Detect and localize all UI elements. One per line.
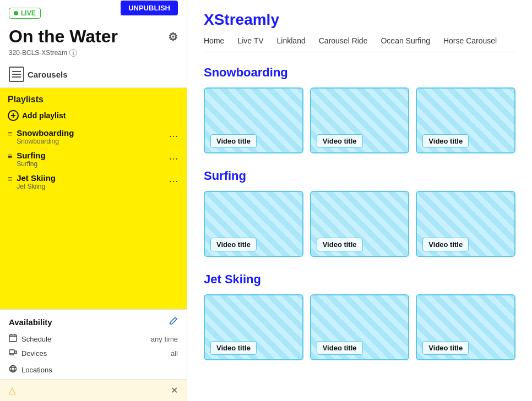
- playlist-item[interactable]: ≡ Jet Skiing Jet Skiing …: [8, 171, 179, 193]
- nav-menu: Home Live TV Linkland Carousel Ride Ocea…: [204, 36, 515, 52]
- svg-rect-0: [12, 71, 21, 72]
- availability-title: Availability: [9, 317, 52, 327]
- bottom-notification: △ ✕: [0, 379, 187, 401]
- playlists-section: Playlists + Add playlist ≡ Snowboarding …: [0, 88, 187, 309]
- info-icon: i: [69, 49, 77, 57]
- calendar-icon: [9, 334, 17, 344]
- warning-icon: △: [9, 385, 15, 395]
- edit-icon[interactable]: [169, 316, 178, 327]
- playlist-item[interactable]: ≡ Snowboarding Snowboarding …: [8, 125, 179, 148]
- video-card[interactable]: Video title: [416, 87, 515, 153]
- channel-title: On the Water ⚙: [9, 26, 178, 47]
- nav-item-home[interactable]: Home: [204, 36, 224, 45]
- devices-icon: [9, 348, 17, 358]
- video-grid-surfing: Video title Video title Video title: [204, 191, 515, 257]
- devices-row: Devices all: [9, 346, 178, 360]
- sidebar-header: LIVE UNPUBLISH On the Water ⚙ 320-BCLS-X…: [0, 0, 187, 61]
- video-card[interactable]: Video title: [310, 191, 410, 257]
- plus-icon: +: [8, 110, 19, 121]
- video-grid-snowboarding: Video title Video title Video title: [204, 87, 515, 153]
- nav-item-horse-carousel[interactable]: Horse Carousel: [443, 36, 497, 45]
- live-badge: LIVE: [9, 8, 41, 19]
- carousels-nav[interactable]: Carousels: [0, 61, 187, 88]
- svg-rect-2: [12, 76, 21, 78]
- playlist-more-button[interactable]: …: [169, 173, 179, 185]
- carousels-label: Carousels: [28, 70, 68, 79]
- playlist-item[interactable]: ≡ Surfing Surfing …: [8, 148, 179, 171]
- svg-rect-7: [9, 350, 14, 354]
- svg-point-11: [12, 366, 14, 372]
- playlist-more-button[interactable]: …: [169, 151, 179, 162]
- locations-row: Locations: [9, 362, 178, 379]
- svg-rect-8: [15, 351, 17, 354]
- carousels-icon: [9, 67, 24, 82]
- section-title-snowboarding: Snowboarding: [204, 65, 515, 80]
- svg-point-10: [10, 366, 17, 372]
- gear-icon[interactable]: ⚙: [168, 30, 178, 43]
- video-card[interactable]: Video title: [416, 191, 515, 257]
- playlists-header: Playlists: [8, 95, 179, 105]
- section-title-surfing: Surfing: [204, 169, 515, 183]
- video-card[interactable]: Video title: [204, 294, 303, 360]
- video-card[interactable]: Video title: [416, 294, 515, 360]
- globe-icon: [9, 365, 17, 375]
- live-dot: [14, 11, 18, 15]
- nav-item-carousel-ride[interactable]: Carousel Ride: [319, 36, 368, 45]
- nav-item-livetv[interactable]: Live TV: [237, 36, 263, 45]
- video-card[interactable]: Video title: [310, 294, 410, 360]
- channel-id: 320-BCLS-XStream i: [9, 49, 178, 57]
- section-title-jet-skiing: Jet Skiing: [204, 272, 515, 287]
- video-grid-jet-skiing: Video title Video title Video title: [204, 294, 515, 360]
- availability-header: Availability: [9, 316, 178, 327]
- unpublish-button[interactable]: UNPUBLISH: [121, 1, 178, 15]
- video-card[interactable]: Video title: [204, 87, 303, 153]
- brand-title: XStreamly: [204, 11, 515, 29]
- add-playlist-button[interactable]: + Add playlist: [8, 110, 66, 121]
- nav-item-linkland[interactable]: Linkland: [277, 36, 306, 45]
- main-content: XStreamly Home Live TV Linkland Carousel…: [187, 0, 532, 401]
- list-icon: ≡: [8, 129, 12, 138]
- schedule-row: Schedule any time: [9, 332, 178, 346]
- close-icon[interactable]: ✕: [171, 385, 178, 395]
- video-card[interactable]: Video title: [204, 191, 303, 257]
- list-icon: ≡: [8, 174, 12, 183]
- svg-rect-3: [9, 335, 17, 342]
- nav-item-ocean-surfing[interactable]: Ocean Surfing: [381, 36, 430, 45]
- video-card[interactable]: Video title: [310, 87, 410, 153]
- list-icon: ≡: [8, 152, 12, 161]
- playlist-more-button[interactable]: …: [169, 128, 179, 140]
- sidebar: LIVE UNPUBLISH On the Water ⚙ 320-BCLS-X…: [0, 0, 187, 401]
- svg-rect-1: [12, 74, 21, 75]
